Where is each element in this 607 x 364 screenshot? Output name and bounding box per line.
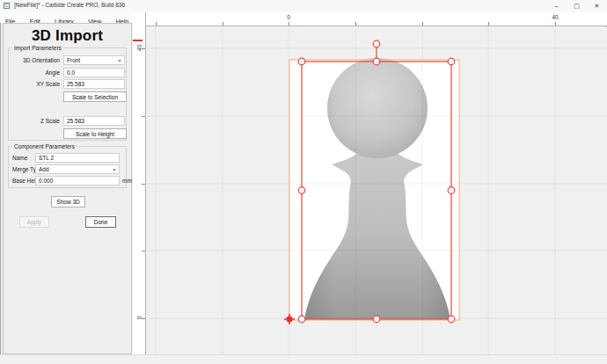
window-controls: – ▢ ✕ xyxy=(546,0,607,11)
close-button[interactable]: ✕ xyxy=(587,0,607,11)
ruler-tick xyxy=(142,116,145,117)
ruler-label: 40 xyxy=(136,43,143,54)
selection-handle[interactable] xyxy=(298,58,305,65)
title-bar: C [NewFile]* - Carbide Create PRO, Build… xyxy=(0,0,607,11)
xy-scale-label: XY Scale xyxy=(9,79,60,89)
selection-handle[interactable] xyxy=(298,316,305,323)
app-window: C [NewFile]* - Carbide Create PRO, Build… xyxy=(0,0,607,364)
ruler-tick xyxy=(555,22,556,25)
selection-handle[interactable] xyxy=(448,58,455,65)
ruler-tick xyxy=(142,318,145,319)
heightmap-image[interactable] xyxy=(282,53,475,325)
ruler-horizontal: 040 xyxy=(133,12,607,26)
panel-title: 3D Import xyxy=(4,27,131,45)
base-height-unit: mm xyxy=(122,176,132,186)
ruler-tick xyxy=(355,22,356,25)
orientation-label: 3D Orientation xyxy=(9,55,60,65)
angle-input[interactable]: 0.0 xyxy=(63,68,125,77)
import-parameters-group: Import Parameters 3D Orientation Front A… xyxy=(8,47,127,141)
ruler-tick xyxy=(142,48,145,49)
window-bottom-strip xyxy=(0,354,607,364)
ruler-vertical: 400 xyxy=(133,12,146,354)
base-height-input[interactable]: 0.000 xyxy=(35,176,120,186)
name-label: Name xyxy=(12,153,27,163)
merge-type-value: Add xyxy=(39,166,49,172)
selection-handle[interactable] xyxy=(298,187,305,194)
selection-handle[interactable] xyxy=(448,187,455,194)
scale-to-selection-button[interactable]: Scale to Selection xyxy=(63,91,127,102)
angle-value: 0.0 xyxy=(67,69,75,76)
apply-button[interactable]: Apply xyxy=(19,216,49,228)
orientation-select[interactable]: Front xyxy=(63,55,125,65)
orientation-value: Front xyxy=(67,57,80,63)
maximize-button[interactable]: ▢ xyxy=(567,0,587,11)
import-parameters-legend: Import Parameters xyxy=(12,45,63,51)
ruler-tick xyxy=(422,22,423,25)
ruler-label: 0 xyxy=(136,313,143,324)
name-value: STL 2 xyxy=(39,155,54,161)
z-scale-input[interactable]: 25.583 xyxy=(63,116,125,126)
stock-top-marker xyxy=(133,40,143,41)
selection-handle[interactable] xyxy=(448,316,455,323)
z-scale-value: 25.583 xyxy=(67,118,84,124)
minimize-button[interactable]: – xyxy=(546,0,567,11)
base-height-value: 0.000 xyxy=(39,178,53,184)
show-3d-button[interactable]: Show 3D xyxy=(51,196,85,207)
rotation-handle[interactable] xyxy=(373,40,380,47)
ruler-tick xyxy=(223,22,223,25)
scale-to-height-button[interactable]: Scale to Height xyxy=(63,128,127,139)
done-button[interactable]: Done xyxy=(85,216,116,228)
ruler-tick xyxy=(289,22,289,25)
ruler-tick xyxy=(142,184,145,185)
design-canvas[interactable] xyxy=(146,27,607,354)
ruler-label: 0 xyxy=(282,14,296,20)
selection-handle[interactable] xyxy=(373,316,380,323)
ruler-tick xyxy=(488,22,489,25)
xy-scale-value: 25.583 xyxy=(67,81,84,87)
z-scale-label: Z Scale xyxy=(9,116,60,126)
ruler-tick xyxy=(156,22,157,25)
window-title: [NewFile]* - Carbide Create PRO, Build 8… xyxy=(14,2,125,8)
app-icon: C xyxy=(4,3,10,9)
ruler-label: 40 xyxy=(548,14,562,20)
chevron-down-icon xyxy=(113,169,116,171)
component-parameters-legend: Component Parameters xyxy=(12,143,77,149)
angle-label: Angle xyxy=(9,68,60,77)
component-parameters-group: Component Parameters Name STL 2 Merge Ty… xyxy=(8,146,127,188)
xy-scale-input[interactable]: 25.583 xyxy=(63,79,125,89)
selection-handle[interactable] xyxy=(373,58,380,65)
name-input[interactable]: STL 2 xyxy=(35,153,120,163)
3d-import-panel: 3D Import Import Parameters 3D Orientati… xyxy=(3,23,132,354)
merge-type-select[interactable]: Add xyxy=(35,164,120,174)
ruler-tick xyxy=(142,251,145,251)
chevron-down-icon xyxy=(118,60,121,62)
